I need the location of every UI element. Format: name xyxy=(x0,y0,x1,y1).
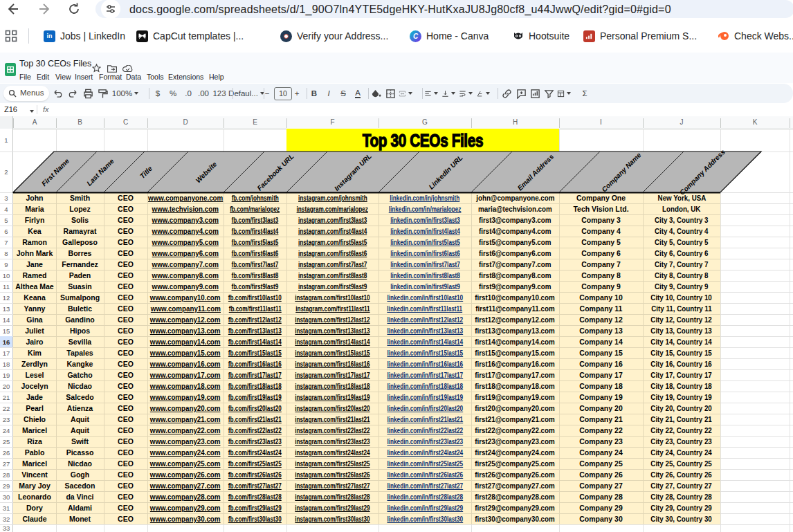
cell-I20[interactable]: Company 18 xyxy=(559,380,643,392)
cell-A26[interactable]: Pablo xyxy=(13,447,56,458)
cell-B30[interactable]: da Vinci xyxy=(56,491,104,502)
cell-F12[interactable]: instagram.com/first10last10 xyxy=(286,292,379,303)
font-size-input[interactable]: 10 xyxy=(274,87,292,100)
cell-B18[interactable]: Kangke xyxy=(56,358,104,369)
cell-E26[interactable]: fb.com/first24last24 xyxy=(224,447,286,458)
cell-A17[interactable]: Kim xyxy=(13,347,56,358)
cell-F21[interactable]: instagram.com/first19last19 xyxy=(286,392,379,403)
row-header-4[interactable]: 4 xyxy=(0,203,12,214)
cell-H17[interactable]: first15@company15.com xyxy=(471,347,559,358)
cell-F9[interactable]: instagram.com/first7last7 xyxy=(286,259,379,270)
more-formats-button[interactable]: 123 xyxy=(212,84,226,103)
cell-I6[interactable]: Company 4 xyxy=(559,226,643,237)
bookmark-hootsuite[interactable]: Hootsuite xyxy=(512,29,569,43)
cell-H11[interactable]: first9@company9.com xyxy=(471,281,559,292)
cell-C23[interactable]: CEO xyxy=(104,414,147,425)
undo-icon[interactable] xyxy=(51,84,64,103)
document-title[interactable]: Top 30 CEOs Files xyxy=(19,59,91,68)
cell-A9[interactable]: Jane xyxy=(13,259,56,270)
cell-C14[interactable]: CEO xyxy=(104,314,147,325)
cell-J27[interactable]: City 25, Country 25 xyxy=(643,458,720,469)
cell-C17[interactable]: CEO xyxy=(104,347,147,358)
bookmark-verify[interactable]: Verify your Address... xyxy=(280,29,388,43)
cell-A25[interactable]: Riza xyxy=(13,436,56,447)
cell-C28[interactable]: CEO xyxy=(104,469,147,480)
cell-D14[interactable]: www.company12.com xyxy=(147,314,224,325)
cell-B29[interactable]: Sacedon xyxy=(56,480,104,491)
cell-C8[interactable]: CEO xyxy=(104,248,147,259)
menu-tools[interactable]: Tools xyxy=(147,73,164,81)
cell-A3[interactable]: John xyxy=(13,192,56,203)
cell-D17[interactable]: www.company15.com xyxy=(147,347,224,358)
cell-E21[interactable]: fb.com/first19last19 xyxy=(224,392,286,403)
cell-G8[interactable]: linkedin.com/in/first6last6 xyxy=(379,248,471,259)
cell-D20[interactable]: www.company18.com xyxy=(147,380,224,392)
cell-B24[interactable]: Aquit xyxy=(56,425,104,436)
row-header-10[interactable]: 10 xyxy=(0,270,12,281)
cell-A31[interactable]: Dory xyxy=(13,502,56,513)
cell-B20[interactable]: Nicdao xyxy=(56,380,104,392)
cell-A22[interactable]: Pearl xyxy=(13,403,56,414)
cell-B19[interactable]: Gatcho xyxy=(56,369,104,380)
cell-G19[interactable]: linkedin.com/in/first17last17 xyxy=(379,369,471,380)
cell-B12[interactable]: Sumalpong xyxy=(56,292,104,303)
cell-E25[interactable]: fb.com/first23last23 xyxy=(224,436,286,447)
cell-E5[interactable]: fb.com/first3last3 xyxy=(224,214,286,226)
cell-A19[interactable]: Lesel xyxy=(13,369,56,380)
cell-B26[interactable]: Picasso xyxy=(56,447,104,458)
cell-D6[interactable]: www.company4.com xyxy=(147,226,224,237)
row-header-3[interactable]: 3 xyxy=(0,192,12,203)
cell-H27[interactable]: first25@company25.com xyxy=(471,458,559,469)
row-header-22[interactable]: 22 xyxy=(0,403,12,414)
cell-C20[interactable]: CEO xyxy=(104,380,147,392)
cell-J19[interactable]: City 17, Country 17 xyxy=(643,369,720,380)
borders-icon[interactable] xyxy=(383,84,397,103)
row-header-31[interactable]: 31 xyxy=(0,502,12,513)
cell-E23[interactable]: fb.com/first21last21 xyxy=(224,414,286,425)
cell-I26[interactable]: Company 24 xyxy=(559,447,643,458)
cell-F23[interactable]: instagram.com/first21last21 xyxy=(286,414,379,425)
cell-A23[interactable]: Chielo xyxy=(13,414,56,425)
cell-D26[interactable]: www.company24.com xyxy=(147,447,224,458)
cell-C9[interactable]: CEO xyxy=(104,259,147,270)
cell-B14[interactable]: Gandino xyxy=(56,314,104,325)
text-wrap-icon[interactable] xyxy=(459,84,473,103)
cell-B8[interactable]: Borres xyxy=(56,248,104,259)
cell-I31[interactable]: Company 29 xyxy=(559,502,643,513)
cell-J4[interactable]: London, UK xyxy=(643,203,720,214)
cell-C18[interactable]: CEO xyxy=(104,358,147,369)
cell-I23[interactable]: Company 21 xyxy=(559,414,643,425)
menu-edit[interactable]: Edit xyxy=(37,73,49,81)
cell-B22[interactable]: Atienza xyxy=(56,403,104,414)
cell-G5[interactable]: linkedin.com/in/first3last3 xyxy=(379,214,471,226)
cell-G20[interactable]: linkedin.com/in/first18last18 xyxy=(379,380,471,392)
cell-F31[interactable]: instagram.com/first29last29 xyxy=(286,502,379,513)
row-header-26[interactable]: 26 xyxy=(0,447,12,458)
cell-D11[interactable]: www.company9.com xyxy=(147,281,224,292)
cell-A15[interactable]: Juliet xyxy=(13,325,56,336)
cell-H14[interactable]: first12@company12.com xyxy=(471,314,559,325)
cell-A24[interactable]: Maricel xyxy=(13,425,56,436)
cell-F22[interactable]: instagram.com/first20last20 xyxy=(286,403,379,414)
cell-A4[interactable]: Maria xyxy=(13,203,56,214)
cell-D24[interactable]: www.company22.com xyxy=(147,425,224,436)
cell-D21[interactable]: www.company19.com xyxy=(147,392,224,403)
cell-H10[interactable]: first8@company8.com xyxy=(471,270,559,281)
cell-J32[interactable]: City 30, Country 30 xyxy=(643,513,720,524)
cell-D15[interactable]: www.company13.com xyxy=(147,325,224,336)
cell-I21[interactable]: Company 19 xyxy=(559,392,643,403)
italic-button[interactable]: I xyxy=(322,84,336,103)
row-header-23[interactable]: 23 xyxy=(0,414,12,425)
cell-C4[interactable]: CEO xyxy=(104,203,147,214)
vertical-align-icon[interactable] xyxy=(441,84,455,103)
cell-I24[interactable]: Company 22 xyxy=(559,425,643,436)
cell-F11[interactable]: instagram.com/first9last9 xyxy=(286,281,379,292)
cell-B5[interactable]: Solis xyxy=(56,214,104,226)
cell-I30[interactable]: Company 28 xyxy=(559,491,643,502)
cell-B16[interactable]: Sevilla xyxy=(56,336,104,347)
cell-E29[interactable]: fb.com/first27last27 xyxy=(224,480,286,491)
row-header-15[interactable]: 15 xyxy=(0,325,12,336)
cell-E17[interactable]: fb.com/first15last15 xyxy=(224,347,286,358)
cell-C11[interactable]: CEO xyxy=(104,281,147,292)
cell-B10[interactable]: Paden xyxy=(56,270,104,281)
